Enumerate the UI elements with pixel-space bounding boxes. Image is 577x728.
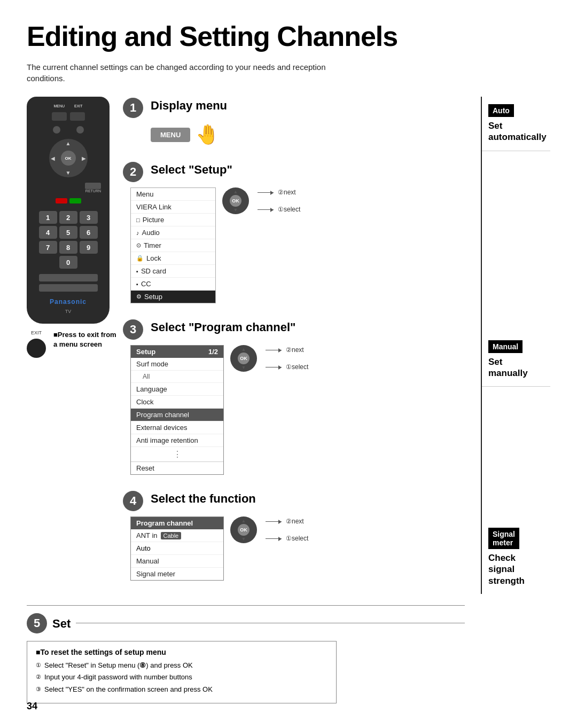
remote-body: MENU EXIT bbox=[27, 97, 110, 324]
reset-step-2: ② Input your 4-digit password with numbe… bbox=[36, 672, 328, 682]
step4-title: Select the function bbox=[151, 490, 256, 506]
sidebar-signal-badge: Signalmeter bbox=[488, 528, 519, 549]
remote-nav-cluster[interactable]: ▲ ▼ ◀ ▶ OK bbox=[49, 139, 88, 177]
num-btn-6[interactable]: 6 bbox=[80, 226, 98, 239]
select-arrow-step2 bbox=[258, 209, 274, 210]
menu-button-display[interactable]: MENU bbox=[151, 128, 190, 142]
num-btn-8[interactable]: 8 bbox=[59, 241, 77, 254]
ok-center-step4[interactable]: OK bbox=[238, 524, 249, 536]
green-button[interactable] bbox=[69, 198, 81, 203]
step3-panel: Setup 1/2 Surf mode All Language Clock P… bbox=[130, 345, 465, 475]
ok-nav-ring-4[interactable]: ▲ ▼ OK bbox=[230, 516, 257, 543]
panel-header-setup: Setup 1/2 bbox=[131, 346, 223, 358]
step2-title: Select "Setup" bbox=[151, 161, 232, 177]
step1-section: 1 Display menu MENU 🤚 bbox=[123, 97, 465, 146]
sidebar-auto-heading: Set automatically bbox=[488, 120, 545, 143]
ok-nav-step4[interactable]: ▲ ▼ OK bbox=[230, 516, 257, 543]
menu-item-cc: ▪CC bbox=[131, 278, 215, 291]
func-antin: ANT in Cable bbox=[131, 529, 223, 542]
left-column: MENU EXIT bbox=[27, 97, 475, 703]
sidebar-manual-badge: Manual bbox=[488, 340, 523, 353]
remote-brand: Panasonic bbox=[50, 298, 87, 306]
nav-ring[interactable]: ▲ ▼ ◀ ▶ OK bbox=[49, 139, 88, 177]
step4-circle: 4 bbox=[123, 491, 143, 511]
func-manual: Manual bbox=[131, 555, 223, 568]
remote-wide-btn-2[interactable] bbox=[39, 284, 98, 292]
exit-button-circle[interactable] bbox=[27, 339, 46, 358]
ok-nav-ring-3[interactable]: ▲ ▼ OK bbox=[230, 345, 257, 372]
select-label-step4: ①select bbox=[266, 535, 308, 542]
page: Editing and Setting Channels The current… bbox=[0, 0, 577, 728]
step5-header-row: 5 Set bbox=[27, 612, 465, 633]
cc-icon: ▪ bbox=[136, 281, 138, 287]
remote-btn-1[interactable] bbox=[52, 112, 67, 121]
nav-up-arrow: ▲ bbox=[66, 140, 71, 146]
remote-circle-right[interactable] bbox=[76, 126, 84, 134]
steps-area: 1 Display menu MENU 🤚 bbox=[118, 97, 465, 596]
step3-title: Select "Program channel" bbox=[151, 318, 296, 334]
num-btn-4[interactable]: 4 bbox=[39, 226, 57, 239]
step3-nav: ▲ ▼ OK ②next bbox=[230, 345, 308, 372]
step4-header: 4 Select the function bbox=[123, 490, 465, 511]
menu-item-viera: VIERA Link bbox=[131, 201, 215, 214]
step2-circle: 2 bbox=[123, 162, 143, 182]
reset-box-title: ■To reset the settings of setup menu bbox=[36, 648, 328, 656]
remote-exit-label: EXIT bbox=[74, 104, 83, 108]
step4-nav-labels: ②next ①select bbox=[266, 518, 308, 542]
ok-center-step2[interactable]: OK bbox=[230, 195, 241, 207]
num-btn-0[interactable]: 0 bbox=[59, 256, 77, 269]
remote-tv-label: TV bbox=[65, 309, 72, 314]
num-btn-2[interactable]: 2 bbox=[59, 211, 77, 224]
remote-bottom-buttons bbox=[32, 274, 104, 292]
num-btn-3[interactable]: 3 bbox=[80, 211, 98, 224]
remote-btn-2[interactable] bbox=[70, 112, 85, 121]
func-signalmeter: Signal meter bbox=[131, 568, 223, 580]
remote-circle-left[interactable] bbox=[53, 126, 60, 134]
red-button[interactable] bbox=[56, 198, 67, 203]
panel-programchannel: Program channel bbox=[131, 409, 223, 421]
reset-step-num-1: ① bbox=[36, 661, 41, 669]
nav-left-arrow: ◀ bbox=[51, 155, 55, 161]
lock-icon: 🔒 bbox=[136, 255, 144, 262]
nav-up-small: ▲ bbox=[233, 189, 238, 194]
sidebar-auto-section: Auto Set automatically bbox=[482, 97, 550, 151]
remote-wide-btn-1[interactable] bbox=[39, 274, 98, 281]
num-btn-7[interactable]: 7 bbox=[39, 241, 57, 254]
num-btn-5[interactable]: 5 bbox=[59, 226, 77, 239]
page-title: Editing and Setting Channels bbox=[27, 21, 550, 52]
remote-top-row: MENU EXIT bbox=[53, 104, 82, 108]
menu-item-setup: ⚙Setup bbox=[131, 291, 215, 303]
menu-item-sdcard: ▪SD card bbox=[131, 265, 215, 278]
panel-language: Language bbox=[131, 383, 223, 396]
sidebar-manual-section: Manual Set manually bbox=[482, 333, 550, 387]
panel-surfmode: Surf mode bbox=[131, 358, 223, 371]
step1-header: 1 Display menu bbox=[123, 97, 465, 118]
hand-icon: 🤚 bbox=[196, 123, 220, 146]
return-btn[interactable] bbox=[85, 183, 101, 189]
step1-title: Display menu bbox=[151, 97, 227, 113]
function-box: Program channel ANT in Cable Auto Manual… bbox=[130, 516, 224, 581]
func-header: Program channel bbox=[131, 517, 223, 529]
intro-text: The current channel settings can be chan… bbox=[27, 61, 358, 84]
reset-step-text-3: Select "YES" on the confirmation screen … bbox=[44, 685, 213, 694]
reset-step-3: ③ Select "YES" on the confirmation scree… bbox=[36, 685, 328, 694]
reset-box: ■To reset the settings of setup menu ① S… bbox=[27, 641, 337, 703]
ok-nav-step2[interactable]: ▲ ▼ OK bbox=[222, 187, 249, 214]
sidebar-manual-heading: Set manually bbox=[488, 356, 545, 379]
menu-item-menu: Menu bbox=[131, 188, 215, 201]
num-btn-1[interactable]: 1 bbox=[39, 211, 57, 224]
panel-clock: Clock bbox=[131, 396, 223, 409]
number-grid: 1 2 3 4 5 6 7 8 9 0 bbox=[39, 211, 98, 269]
menu-item-timer: ⊙Timer bbox=[131, 239, 215, 252]
page-number: 34 bbox=[27, 701, 37, 712]
ok-button[interactable]: OK bbox=[61, 151, 76, 166]
ok-nav-ring[interactable]: ▲ ▼ OK bbox=[222, 187, 249, 214]
setup-menu-box: Menu VIERA Link □Picture ♪Audio ⊙Timer 🔒… bbox=[130, 187, 216, 303]
select-label-step2: ①select bbox=[258, 206, 300, 213]
ok-nav-step3[interactable]: ▲ ▼ OK bbox=[230, 345, 257, 372]
num-btn-9[interactable]: 9 bbox=[80, 241, 98, 254]
return-area: RETURN bbox=[32, 183, 104, 193]
remote-top-buttons bbox=[52, 112, 85, 121]
timer-icon: ⊙ bbox=[136, 242, 141, 249]
ok-center-step3[interactable]: OK bbox=[238, 353, 249, 364]
